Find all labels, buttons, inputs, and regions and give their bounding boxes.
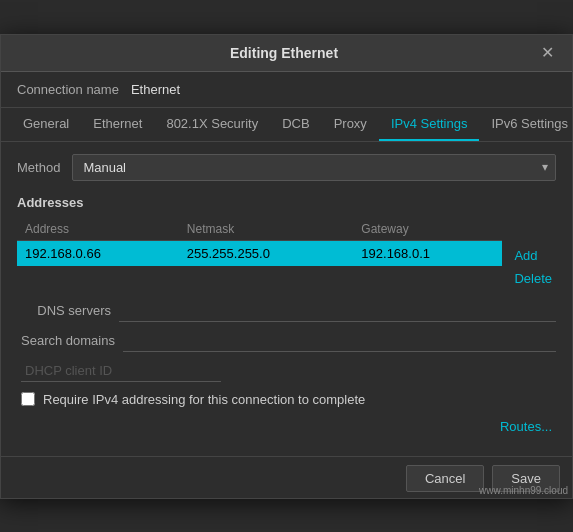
tabs-bar: General Ethernet 802.1X Security DCB Pro…: [1, 108, 572, 142]
dhcp-client-id-input[interactable]: [21, 360, 221, 382]
method-select[interactable]: Manual Automatic (DHCP) Link-Local Only …: [72, 154, 556, 181]
routes-button[interactable]: Routes...: [496, 417, 556, 436]
col-header-netmask: Netmask: [179, 218, 354, 241]
add-button[interactable]: Add: [510, 246, 556, 265]
tab-ipv4[interactable]: IPv4 Settings: [379, 108, 480, 141]
require-ipv4-row: Require IPv4 addressing for this connect…: [17, 392, 556, 407]
routes-row: Routes...: [17, 417, 556, 436]
dns-input[interactable]: [119, 300, 556, 322]
col-header-gateway: Gateway: [353, 218, 502, 241]
connection-name-value: Ethernet: [131, 82, 180, 97]
require-ipv4-label[interactable]: Require IPv4 addressing for this connect…: [43, 392, 365, 407]
cancel-button[interactable]: Cancel: [406, 465, 484, 492]
dns-servers-row: DNS servers: [17, 300, 556, 322]
table-actions: Add Delete: [502, 218, 556, 288]
search-domains-label: Search domains: [21, 333, 115, 348]
addresses-section: Addresses Address Netmask Gateway: [17, 195, 556, 288]
tab-ipv6[interactable]: IPv6 Settings: [479, 108, 573, 141]
titlebar: Editing Ethernet ✕: [1, 35, 572, 72]
addresses-table: Address Netmask Gateway 192.168.0.66 255…: [17, 218, 502, 266]
tab-general[interactable]: General: [11, 108, 81, 141]
tab-security[interactable]: 802.1X Security: [154, 108, 270, 141]
search-domains-row: Search domains: [17, 330, 556, 352]
col-header-address: Address: [17, 218, 179, 241]
require-ipv4-checkbox[interactable]: [21, 392, 35, 406]
cell-netmask: 255.255.255.0: [179, 240, 354, 266]
addresses-title: Addresses: [17, 195, 556, 210]
tab-proxy[interactable]: Proxy: [322, 108, 379, 141]
footer: Cancel Save www.minhn99.cloud: [1, 456, 572, 498]
table-row[interactable]: 192.168.0.66 255.255.255.0 192.168.0.1: [17, 240, 502, 266]
method-row: Method Manual Automatic (DHCP) Link-Loca…: [17, 154, 556, 181]
search-domains-input[interactable]: [123, 330, 556, 352]
delete-button[interactable]: Delete: [510, 269, 556, 288]
method-select-wrapper: Manual Automatic (DHCP) Link-Local Only …: [72, 154, 556, 181]
save-button[interactable]: Save: [492, 465, 560, 492]
connection-name-label: Connection name: [17, 82, 119, 97]
method-label: Method: [17, 160, 60, 175]
cell-gateway: 192.168.0.1: [353, 240, 502, 266]
addresses-table-wrapper: Address Netmask Gateway 192.168.0.66 255…: [17, 218, 502, 266]
close-button[interactable]: ✕: [535, 43, 560, 63]
tab-ethernet[interactable]: Ethernet: [81, 108, 154, 141]
cell-address: 192.168.0.66: [17, 240, 179, 266]
ipv4-content: Method Manual Automatic (DHCP) Link-Loca…: [1, 142, 572, 456]
dialog: Editing Ethernet ✕ Connection name Ether…: [0, 34, 573, 499]
tab-dcb[interactable]: DCB: [270, 108, 321, 141]
dhcp-row: [17, 360, 556, 382]
addresses-with-actions: Address Netmask Gateway 192.168.0.66 255…: [17, 218, 556, 288]
connection-name-row: Connection name Ethernet: [1, 72, 572, 108]
dialog-title: Editing Ethernet: [33, 45, 535, 61]
dns-label: DNS servers: [21, 303, 111, 318]
